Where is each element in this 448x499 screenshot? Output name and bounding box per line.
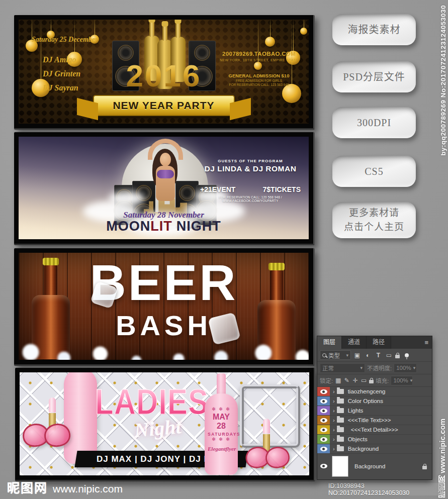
flourish-ornament: ✻ ✻ ✻	[208, 407, 235, 412]
site-logo: 昵图网	[7, 478, 48, 496]
layer-row[interactable]: › Lights	[317, 406, 432, 416]
expand-chevron-icon[interactable]: ›	[333, 436, 335, 442]
cloud	[109, 191, 144, 206]
visibility-eye-icon[interactable]	[320, 428, 327, 432]
opacity-dropdown[interactable]: 100% ▾	[394, 363, 417, 373]
layer-color-badge	[317, 387, 330, 396]
tab-layers[interactable]: 图层	[317, 336, 342, 349]
lock-row: 锁定: ▦ ✎ ✛ ▭ 填充: 100% ▾	[317, 374, 432, 387]
tab-channels[interactable]: 通道	[342, 336, 367, 349]
layer-thumbnail[interactable]	[332, 456, 348, 477]
lock-position-icon[interactable]: ✛	[352, 377, 359, 384]
expand-chevron-icon[interactable]: ›	[333, 388, 335, 394]
group-folder-icon	[337, 418, 344, 423]
title-part: MOON	[106, 219, 150, 234]
fill-value: 100%	[393, 377, 408, 383]
layer-name: tiaozhengceng	[348, 388, 386, 394]
visibility-eye-icon[interactable]	[320, 464, 327, 468]
pill-material-category[interactable]: 海报类素材	[332, 14, 416, 45]
smart-object-filter-icon[interactable]	[395, 355, 400, 358]
sunglasses	[245, 447, 285, 470]
layer-row[interactable]: › tiaozhengceng	[317, 387, 432, 396]
title-part: NIGHT	[176, 219, 221, 234]
event-info: GUESTS OF THE PROGRAM DJ LINDA & DJ ROMA…	[200, 159, 301, 203]
layer-color-badge	[317, 435, 330, 444]
visibility-eye-icon[interactable]	[320, 409, 327, 413]
layer-lock-icon	[422, 466, 427, 469]
layer-color-badge	[317, 425, 330, 434]
title-part: LIT	[150, 219, 172, 234]
visibility-eye-icon[interactable]	[320, 447, 327, 451]
ticket-price: 7$TICKETS	[263, 185, 301, 193]
type-filter-icon[interactable]: T	[374, 352, 383, 359]
panel-menu-icon[interactable]: ≡	[424, 336, 428, 349]
filter-type-dropdown[interactable]: 类型 ▾	[320, 350, 351, 360]
group-folder-icon	[337, 408, 344, 413]
pink-canister	[64, 372, 97, 464]
lock-pixels-icon[interactable]: ✎	[343, 377, 350, 384]
silver-frame	[240, 384, 300, 448]
expand-chevron-icon[interactable]: ›	[333, 446, 335, 452]
bottle-cap	[268, 263, 285, 270]
group-folder-icon	[337, 427, 344, 432]
party-subtitle: Night	[133, 415, 182, 442]
expand-chevron-icon[interactable]: ›	[333, 417, 335, 423]
visibility-eye-icon[interactable]	[320, 418, 327, 423]
pill-300dpi[interactable]: 300DPI	[332, 107, 416, 138]
shape-filter-icon[interactable]: ▭	[385, 352, 393, 359]
title-ribbon: NEW YEAR PARTY	[93, 95, 235, 116]
adjustment-filter-icon[interactable]: ◐	[364, 352, 372, 359]
photoshop-layers-panel: 图层 通道 路径 ≡ 类型 ▾ ▣ ◐ T ▭ 正常 ▾ 不透明度: 100% …	[317, 336, 432, 480]
filter-label: 类型	[328, 351, 340, 359]
layer-row[interactable]: › Background	[317, 444, 432, 454]
visibility-eye-icon[interactable]	[320, 399, 327, 404]
party-title: MOONLITNIGHT	[19, 219, 309, 234]
visibility-eye-icon[interactable]	[320, 389, 327, 394]
visibility-eye-icon[interactable]	[320, 437, 327, 442]
ice-bed	[19, 339, 309, 360]
layer-row[interactable]: › Color Options	[317, 396, 432, 406]
guests-label: GUESTS OF THE PROGRAM	[200, 159, 301, 163]
gold-ball	[300, 28, 307, 35]
bottle-brand: Elegantflyer	[208, 446, 235, 452]
lock-artboard-icon[interactable]: ▭	[361, 377, 367, 384]
expand-chevron-icon[interactable]: ›	[333, 427, 335, 433]
party-title: NEW YEAR PARTY	[113, 99, 214, 112]
chevron-down-icon: ▾	[410, 378, 413, 383]
layer-name: Lights	[348, 408, 364, 414]
chevron-down-icon: ▾	[360, 365, 363, 370]
tab-paths[interactable]: 路径	[367, 336, 391, 349]
lock-all-icon[interactable]	[369, 380, 374, 383]
layer-name: Background	[354, 463, 385, 469]
pill-cs5[interactable]: CS5	[332, 156, 416, 187]
layer-name: <<<Title Text>>>	[348, 417, 391, 423]
lipstick-tip	[263, 419, 270, 434]
lock-transparency-icon[interactable]: ▦	[335, 377, 341, 384]
gold-ball	[265, 37, 275, 47]
blend-mode-dropdown[interactable]: 正常 ▾	[320, 363, 365, 373]
expand-chevron-icon[interactable]: ›	[333, 408, 335, 414]
layer-color-badge	[317, 444, 330, 453]
search-icon	[322, 353, 326, 357]
pill-more-materials[interactable]: 更多素材请 点击个人主页	[332, 202, 416, 238]
layer-row[interactable]: › Objects	[317, 435, 432, 444]
flyer-beer-bash: BEER BASH	[14, 248, 315, 366]
background-layer-row[interactable]: Background	[317, 454, 432, 478]
fill-dropdown[interactable]: 100% ▾	[391, 376, 413, 385]
flyer-moonlit-night: GUESTS OF THE PROGRAM DJ LINDA & DJ ROMA…	[14, 132, 315, 245]
layer-name: Objects	[348, 436, 368, 442]
layer-row[interactable]: › <<<Title Text>>>	[317, 416, 432, 425]
lock-label: 锁定:	[320, 376, 333, 384]
pixel-filter-icon[interactable]: ▣	[353, 352, 362, 359]
bottle-label: ✻ ✻ ✻ MAY 28 SATURDAYS ✻ ✻ ✻ Elegantflye…	[208, 407, 235, 452]
layer-row[interactable]: › <<<Text Detail>>>	[317, 425, 432, 435]
expand-chevron-icon[interactable]: ›	[333, 398, 335, 404]
group-folder-icon	[337, 389, 344, 394]
group-folder-icon	[337, 398, 344, 404]
guest-djs: DJ LINDA & DJ ROMAN	[200, 164, 301, 173]
chevron-down-icon: ▾	[346, 353, 348, 358]
filter-toggle-icon[interactable]	[405, 353, 409, 357]
layer-name: Background	[348, 446, 379, 452]
pill-psd-layered[interactable]: PSD分层文件	[332, 61, 416, 92]
layer-color-badge	[317, 406, 330, 415]
